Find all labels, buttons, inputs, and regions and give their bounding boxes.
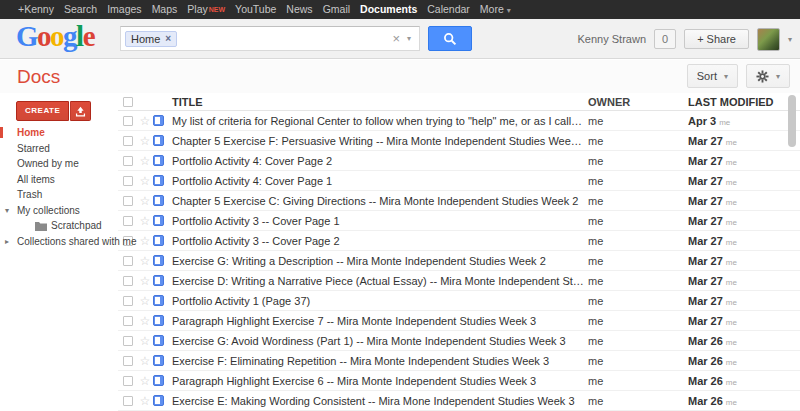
star-icon[interactable]: ☆ <box>137 375 153 387</box>
table-row[interactable]: ☆ Paragraph Highlight Exercise 6 -- Mira… <box>118 371 800 391</box>
star-icon[interactable]: ☆ <box>137 335 153 347</box>
notifications-counter-badge[interactable]: 0 <box>654 29 676 49</box>
nav-item-calendar[interactable]: Calendar <box>422 0 475 19</box>
star-icon[interactable]: ☆ <box>137 175 153 187</box>
sort-button[interactable]: Sort ▾ <box>687 64 738 88</box>
doc-title[interactable]: Portfolio Activity 3 -- Cover Page 2 <box>170 235 584 247</box>
google-logo[interactable]: Google <box>16 20 94 53</box>
star-icon[interactable]: ☆ <box>137 295 153 307</box>
doc-title[interactable]: Exercise G: Avoid Wordiness (Part 1) -- … <box>170 335 584 347</box>
table-row[interactable]: ☆ Portfolio Activity 3 -- Cover Page 2 m… <box>118 231 800 251</box>
doc-title[interactable]: Exercise G: Writing a Description -- Mir… <box>170 255 584 267</box>
star-icon[interactable]: ☆ <box>137 395 153 407</box>
star-icon[interactable]: ☆ <box>137 315 153 327</box>
row-checkbox[interactable] <box>123 296 133 306</box>
table-row[interactable]: ☆ Paragraph Highlight Exercise 7 -- Mira… <box>118 311 800 331</box>
row-checkbox[interactable] <box>123 136 133 146</box>
nav-item-kenny[interactable]: +Kenny <box>13 0 59 19</box>
doc-title[interactable]: Portfolio Activity 1 (Page 37) <box>170 295 584 307</box>
search-input[interactable]: Home × × ▾ <box>120 26 420 51</box>
doc-title[interactable]: Portfolio Activity 4: Cover Page 2 <box>170 155 584 167</box>
sidebar-item-owned-by-me[interactable]: Owned by me <box>0 156 118 172</box>
select-all-checkbox[interactable] <box>123 97 133 107</box>
star-icon[interactable]: ☆ <box>137 215 153 227</box>
scrollbar-thumb[interactable] <box>788 95 796 147</box>
star-icon[interactable]: ☆ <box>137 255 153 267</box>
nav-item-more[interactable]: More▾ <box>475 0 516 20</box>
create-button[interactable]: CREATE <box>16 101 69 121</box>
search-options-dropdown-icon[interactable]: ▾ <box>405 34 419 43</box>
column-header-title[interactable]: TITLE <box>170 96 584 108</box>
sidebar-item-collections-shared-with-me[interactable]: ▸Collections shared with me <box>0 234 118 250</box>
triangle-down-icon[interactable]: ▾ <box>5 203 9 219</box>
table-row[interactable]: ☆ Portfolio Activity 4: Cover Page 1 me … <box>118 171 800 191</box>
sidebar-item-starred[interactable]: Starred <box>0 141 118 157</box>
table-row[interactable]: ☆ Exercise G: Avoid Wordiness (Part 1) -… <box>118 331 800 351</box>
row-checkbox[interactable] <box>123 216 133 226</box>
nav-item-youtube[interactable]: YouTube <box>230 0 281 19</box>
share-button[interactable]: + Share <box>684 29 749 49</box>
search-filter-chip[interactable]: Home × <box>125 31 177 47</box>
sidebar-item-all-items[interactable]: All items <box>0 172 118 188</box>
doc-title[interactable]: Exercise F: Eliminating Repetition -- Mi… <box>170 355 584 367</box>
nav-item-documents[interactable]: Documents <box>355 0 422 19</box>
row-checkbox[interactable] <box>123 156 133 166</box>
nav-item-news[interactable]: News <box>281 0 317 19</box>
sidebar-item-trash[interactable]: Trash <box>0 187 118 203</box>
doc-title[interactable]: Chapter 5 Exercise C: Giving Directions … <box>170 195 584 207</box>
upload-button[interactable] <box>70 101 91 121</box>
clear-search-icon[interactable]: × <box>387 32 405 45</box>
settings-button[interactable]: ▾ <box>746 64 790 88</box>
chip-close-icon[interactable]: × <box>165 34 171 44</box>
star-icon[interactable]: ☆ <box>137 195 153 207</box>
star-icon[interactable]: ☆ <box>137 155 153 167</box>
row-checkbox[interactable] <box>123 316 133 326</box>
table-row[interactable]: ☆ Portfolio Activity 3 -- Cover Page 1 m… <box>118 211 800 231</box>
table-row[interactable]: ☆ Portfolio Activity 1 (Page 37) me Mar … <box>118 291 800 311</box>
sidebar-item-my-collections[interactable]: ▾My collections <box>0 203 118 219</box>
row-checkbox[interactable] <box>123 276 133 286</box>
table-row[interactable]: ☆ My list of criteria for Regional Cente… <box>118 111 800 131</box>
row-checkbox[interactable] <box>123 176 133 186</box>
account-dropdown-icon[interactable]: ▾ <box>788 35 792 44</box>
nav-item-images[interactable]: Images <box>102 0 146 19</box>
nav-item-gmail[interactable]: Gmail <box>318 0 355 19</box>
sidebar-item-scratchpad[interactable]: Scratchpad <box>0 218 118 234</box>
table-row[interactable]: ☆ Portfolio Activity 4: Cover Page 2 me … <box>118 151 800 171</box>
table-row[interactable]: ☆ Chapter 5 Exercise C: Giving Direction… <box>118 191 800 211</box>
star-icon[interactable]: ☆ <box>137 115 153 127</box>
doc-title[interactable]: Paragraph Highlight Exercise 7 -- Mira M… <box>170 315 584 327</box>
nav-item-search[interactable]: Search <box>59 0 102 19</box>
doc-title[interactable]: Exercise E: Making Wording Consistent --… <box>170 395 584 407</box>
search-button[interactable] <box>428 26 472 51</box>
row-checkbox[interactable] <box>123 356 133 366</box>
star-icon[interactable]: ☆ <box>137 275 153 287</box>
triangle-right-icon[interactable]: ▸ <box>5 234 9 250</box>
doc-title[interactable]: My list of criteria for Regional Center … <box>170 115 584 127</box>
doc-title[interactable]: Exercise D: Writing a Narrative Piece (A… <box>170 275 584 287</box>
star-icon[interactable]: ☆ <box>137 235 153 247</box>
row-checkbox[interactable] <box>123 196 133 206</box>
row-checkbox[interactable] <box>123 336 133 346</box>
column-header-last-modified[interactable]: LAST MODIFIED <box>688 96 800 108</box>
table-row[interactable]: ☆ Exercise F: Eliminating Repetition -- … <box>118 351 800 371</box>
doc-title[interactable]: Portfolio Activity 4: Cover Page 1 <box>170 175 584 187</box>
doc-title[interactable]: Paragraph Highlight Exercise 6 -- Mira M… <box>170 375 584 387</box>
doc-title[interactable]: Chapter 5 Exercise F: Persuasive Writing… <box>170 135 584 147</box>
star-icon[interactable]: ☆ <box>137 355 153 367</box>
table-row[interactable]: ☆ Chapter 5 Exercise F: Persuasive Writi… <box>118 131 800 151</box>
table-row[interactable]: ☆ Exercise D: Writing a Narrative Piece … <box>118 271 800 291</box>
column-header-owner[interactable]: OWNER <box>584 96 688 108</box>
table-row[interactable]: ☆ Exercise E: Making Wording Consistent … <box>118 391 800 411</box>
doc-title[interactable]: Portfolio Activity 3 -- Cover Page 1 <box>170 215 584 227</box>
row-checkbox[interactable] <box>123 256 133 266</box>
table-row[interactable]: ☆ Exercise G: Writing a Description -- M… <box>118 251 800 271</box>
row-checkbox[interactable] <box>123 376 133 386</box>
row-checkbox[interactable] <box>123 396 133 406</box>
user-avatar[interactable] <box>757 28 780 51</box>
nav-item-maps[interactable]: Maps <box>147 0 183 19</box>
nav-item-play[interactable]: PlayNEW <box>182 0 230 19</box>
row-checkbox[interactable] <box>123 116 133 126</box>
sidebar-item-home[interactable]: Home <box>0 125 118 141</box>
star-icon[interactable]: ☆ <box>137 135 153 147</box>
